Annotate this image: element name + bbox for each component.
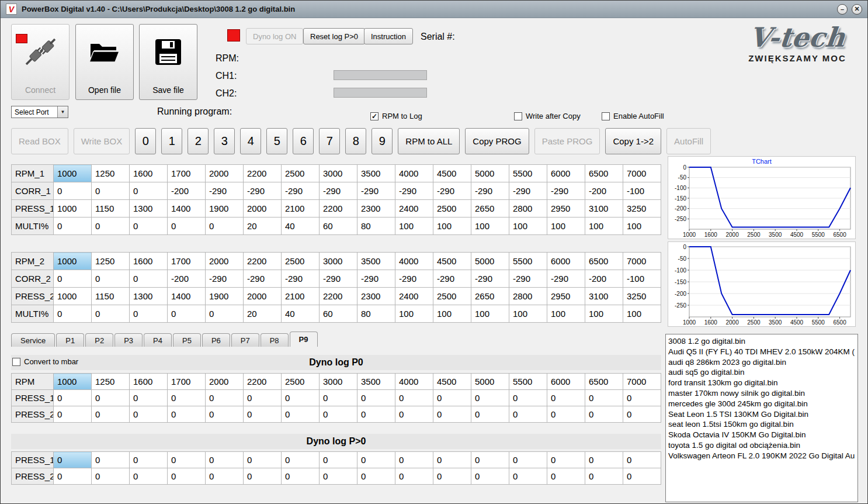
cell[interactable]: 3250 xyxy=(623,200,661,218)
cell[interactable]: -200 xyxy=(585,270,623,288)
cell[interactable]: 2500 xyxy=(282,253,320,270)
cell[interactable]: -290 xyxy=(282,270,320,288)
cell[interactable]: 7000 xyxy=(623,374,661,390)
cell[interactable]: 0 xyxy=(395,390,433,406)
cell[interactable]: 7000 xyxy=(623,253,661,270)
cell[interactable]: 1900 xyxy=(206,288,244,305)
digit-3-button[interactable]: 3 xyxy=(214,128,235,154)
cell[interactable]: 0 xyxy=(54,406,92,423)
cell[interactable]: 100 xyxy=(395,218,433,235)
cell[interactable]: 1600 xyxy=(130,374,168,390)
cell[interactable]: 3500 xyxy=(357,165,395,182)
cell[interactable]: -290 xyxy=(395,182,433,200)
save-file-button[interactable]: Save file xyxy=(139,24,197,100)
file-list-item[interactable]: seat leon 1.5tsi 150km go digital.bin xyxy=(668,419,855,430)
cell[interactable]: 0 xyxy=(54,468,92,485)
file-list-item[interactable]: Seat Leon 1.5 TSI 130KM Go Digital.bin xyxy=(668,409,855,420)
cell[interactable]: 6500 xyxy=(585,253,623,270)
convert-to-mbar-checkbox-box[interactable] xyxy=(12,358,20,366)
digit-2-button[interactable]: 2 xyxy=(188,128,209,154)
cell[interactable]: 0 xyxy=(357,390,395,406)
file-list-item[interactable]: ford transit 130km go digital.bin xyxy=(668,378,855,388)
cell[interactable]: -290 xyxy=(206,182,244,200)
cell[interactable]: 0 xyxy=(585,468,623,485)
cell[interactable]: 0 xyxy=(92,182,130,200)
cell[interactable]: 3000 xyxy=(320,253,357,270)
cell[interactable]: 3000 xyxy=(320,374,357,390)
cell[interactable]: 0 xyxy=(547,390,585,406)
cell[interactable]: 0 xyxy=(244,452,282,468)
digit-5-button[interactable]: 5 xyxy=(266,128,287,154)
cell[interactable]: 2400 xyxy=(395,200,433,218)
cell[interactable]: 3500 xyxy=(357,374,395,390)
copy-prog-button[interactable]: Copy PROG xyxy=(465,128,529,154)
cell[interactable]: 0 xyxy=(130,452,168,468)
cell[interactable]: 60 xyxy=(320,305,357,323)
digit-6-button[interactable]: 6 xyxy=(293,128,314,154)
cell[interactable]: 0 xyxy=(509,452,547,468)
digit-1-button[interactable]: 1 xyxy=(161,128,182,154)
cell[interactable]: -290 xyxy=(320,182,357,200)
enable-autofill-checkbox[interactable]: Enable AutoFill xyxy=(602,112,664,120)
cell[interactable]: -290 xyxy=(320,270,357,288)
cell[interactable]: 4500 xyxy=(433,374,471,390)
cell[interactable]: 1250 xyxy=(92,253,130,270)
cell[interactable]: 2200 xyxy=(320,288,357,305)
port-select[interactable]: Select Port ▼ xyxy=(11,106,68,118)
cell[interactable]: 0 xyxy=(206,305,244,323)
cell[interactable]: 2500 xyxy=(282,374,320,390)
cell[interactable]: 20 xyxy=(244,218,282,235)
cell[interactable]: 4000 xyxy=(395,374,433,390)
write-after-copy-checkbox-box[interactable] xyxy=(514,112,522,120)
cell[interactable]: 1000 xyxy=(54,165,92,182)
cell[interactable]: 0 xyxy=(244,390,282,406)
cell[interactable]: 0 xyxy=(320,406,357,423)
digit-9-button[interactable]: 9 xyxy=(371,128,393,154)
cell[interactable]: 40 xyxy=(282,218,320,235)
cell[interactable]: 2950 xyxy=(547,200,585,218)
cell[interactable]: 0 xyxy=(509,468,547,485)
cell[interactable]: 1250 xyxy=(92,165,130,182)
tab-p3[interactable]: P3 xyxy=(114,333,143,347)
tab-p1[interactable]: P1 xyxy=(56,333,84,347)
cell[interactable]: 4000 xyxy=(395,165,433,182)
tab-p8[interactable]: P8 xyxy=(261,333,289,347)
cell[interactable]: 100 xyxy=(395,305,433,323)
cell[interactable]: 100 xyxy=(623,218,661,235)
cell[interactable]: 0 xyxy=(282,406,320,423)
cell[interactable]: -290 xyxy=(471,270,509,288)
cell[interactable]: 6500 xyxy=(585,374,623,390)
cell[interactable]: 0 xyxy=(357,406,395,423)
cell[interactable]: 1000 xyxy=(54,374,92,390)
cell[interactable]: 2300 xyxy=(357,288,395,305)
cell[interactable]: 100 xyxy=(623,305,661,323)
cell[interactable]: 1000 xyxy=(54,288,92,305)
cell[interactable]: 1600 xyxy=(130,253,168,270)
cell[interactable]: 0 xyxy=(509,390,547,406)
cell[interactable]: 1400 xyxy=(168,200,206,218)
cell[interactable]: 0 xyxy=(244,468,282,485)
cell[interactable]: 100 xyxy=(471,305,509,323)
cell[interactable]: 100 xyxy=(433,218,471,235)
cell[interactable]: 20 xyxy=(244,305,282,323)
tab-p7[interactable]: P7 xyxy=(231,333,259,347)
cell[interactable]: 0 xyxy=(433,406,471,423)
open-file-button[interactable]: Open file xyxy=(75,24,134,100)
cell[interactable]: 3100 xyxy=(585,288,623,305)
cell[interactable]: 0 xyxy=(168,390,206,406)
cell[interactable]: 0 xyxy=(585,406,623,423)
cell[interactable]: 2000 xyxy=(206,165,244,182)
digit-8-button[interactable]: 8 xyxy=(345,128,366,154)
cell[interactable]: 0 xyxy=(433,468,471,485)
cell[interactable]: 0 xyxy=(320,468,357,485)
cell[interactable]: 2800 xyxy=(509,288,547,305)
cell[interactable]: -200 xyxy=(168,270,206,288)
file-list-item[interactable]: audi q8 286km 2023 go digital.bin xyxy=(668,357,855,368)
cell[interactable]: -290 xyxy=(282,182,320,200)
cell[interactable]: 100 xyxy=(547,218,585,235)
cell[interactable]: 0 xyxy=(92,270,130,288)
cell[interactable]: 1400 xyxy=(168,288,206,305)
cell[interactable]: 0 xyxy=(282,390,320,406)
cell[interactable]: 1000 xyxy=(54,253,92,270)
cell[interactable]: 5000 xyxy=(471,374,509,390)
